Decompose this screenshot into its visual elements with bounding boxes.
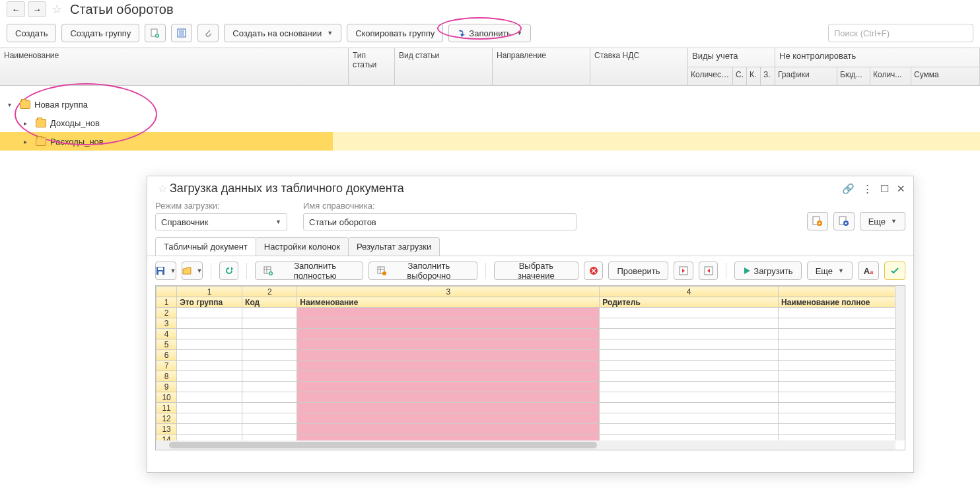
play-icon bbox=[743, 267, 751, 275]
column-stavka[interactable]: Ставка НДС bbox=[590, 48, 688, 85]
refresh-icon bbox=[225, 266, 234, 275]
svg-point-15 bbox=[382, 271, 386, 275]
more-button[interactable]: Еще ▼ bbox=[860, 212, 905, 230]
sheet-corner[interactable] bbox=[157, 287, 177, 297]
clear-icon bbox=[589, 266, 598, 275]
col-5[interactable] bbox=[779, 287, 895, 297]
fill-full-button[interactable]: Заполнить полностью bbox=[255, 262, 363, 280]
link-icon[interactable]: 🔗 bbox=[842, 183, 855, 195]
fill-arrow-icon bbox=[457, 28, 466, 38]
chevron-down-icon: ▼ bbox=[197, 267, 203, 274]
tree-row-income[interactable]: ▸ Доходы_нов bbox=[0, 114, 980, 132]
save-icon bbox=[156, 266, 165, 275]
settings-button-2[interactable] bbox=[833, 212, 855, 230]
folder-icon bbox=[36, 119, 46, 127]
spreadsheet[interactable]: 1 2 3 4 1 Это группа Код Наименование Ро… bbox=[155, 285, 905, 450]
create-based-button[interactable]: Создать на основании ▼ bbox=[224, 24, 341, 42]
column-vid[interactable]: Вид статьи bbox=[395, 48, 493, 85]
page-title: Статьи оборотов bbox=[70, 2, 174, 17]
col-2[interactable]: 2 bbox=[242, 287, 297, 297]
list-view-button[interactable] bbox=[171, 24, 192, 42]
refresh-button[interactable] bbox=[219, 262, 238, 280]
svg-rect-10 bbox=[158, 267, 163, 270]
tab-tabdoc[interactable]: Табличный документ bbox=[155, 237, 256, 256]
favorite-star-icon[interactable]: ☆ bbox=[52, 2, 62, 17]
column-tip[interactable]: Тип статьи bbox=[349, 48, 395, 85]
attach-button[interactable] bbox=[197, 24, 219, 42]
tree-row-group[interactable]: ▾ Новая группа bbox=[0, 95, 980, 114]
create-button[interactable]: Создать bbox=[7, 24, 56, 42]
column-nekontr[interactable]: Не контролировать Графики Бюд... Колич..… bbox=[775, 48, 980, 85]
svg-point-5 bbox=[818, 223, 820, 225]
load-dialog: ☆ Загрузка данных из табличного документ… bbox=[147, 176, 914, 473]
tabs: Табличный документ Настройки колонок Рез… bbox=[155, 237, 905, 256]
pick-value-button[interactable]: Выбрать значение bbox=[494, 262, 578, 280]
tree: ▾ Новая группа ▸ Доходы_нов ▸ Расходы_но… bbox=[0, 86, 980, 151]
chevron-down-icon: ▼ bbox=[327, 30, 333, 36]
copy-group-button[interactable]: Скопировать группу bbox=[347, 24, 443, 42]
maximize-icon[interactable]: ☐ bbox=[880, 183, 889, 195]
svg-point-8 bbox=[845, 223, 847, 225]
copy-button[interactable] bbox=[145, 24, 166, 42]
save-button[interactable]: ▼ bbox=[155, 262, 176, 280]
col-3[interactable]: 3 bbox=[297, 287, 600, 297]
chevron-down-icon: ▼ bbox=[170, 267, 176, 274]
close-icon[interactable]: ✕ bbox=[897, 183, 905, 195]
grid-header: Наименование Тип статьи Вид статьи Напра… bbox=[0, 48, 980, 86]
dialog-title: Загрузка данных из табличного документа bbox=[170, 182, 404, 195]
table-check-icon bbox=[377, 266, 386, 275]
forward-button[interactable]: → bbox=[28, 1, 46, 17]
col-4[interactable]: 4 bbox=[600, 287, 779, 297]
col-1[interactable]: 1 bbox=[177, 287, 242, 297]
fill-sel-button[interactable]: Заполнить выборочно bbox=[368, 262, 477, 280]
paperclip-icon bbox=[203, 28, 213, 38]
arrow-right-box-icon bbox=[679, 266, 688, 275]
checkbox-toggle[interactable] bbox=[884, 262, 905, 280]
folder-icon bbox=[20, 100, 30, 109]
fill-button[interactable]: Заполнить ▼ bbox=[448, 24, 531, 42]
expand-icon[interactable]: ▸ bbox=[24, 120, 32, 127]
search-input[interactable] bbox=[828, 24, 973, 42]
chevron-down-icon: ▼ bbox=[838, 267, 844, 274]
chevron-down-icon: ▼ bbox=[891, 218, 897, 225]
open-button[interactable]: ▼ bbox=[182, 262, 203, 280]
font-button[interactable]: Aa bbox=[858, 262, 879, 280]
check-button[interactable]: Проверить bbox=[608, 262, 668, 280]
column-napr[interactable]: Направление bbox=[493, 48, 590, 85]
chevron-down-icon: ▼ bbox=[516, 30, 522, 36]
folder-open-icon bbox=[182, 266, 192, 275]
gear-doc-icon bbox=[812, 216, 823, 227]
column-vidy[interactable]: Виды учета Количест... С. К. З. bbox=[688, 48, 775, 85]
more-menu-icon[interactable]: ⋮ bbox=[862, 183, 872, 195]
arrow-right-icon: → bbox=[33, 5, 42, 15]
create-group-button[interactable]: Создать группу bbox=[61, 24, 139, 42]
arrow-left-icon: ← bbox=[12, 5, 20, 15]
row-num[interactable]: 1 bbox=[157, 297, 177, 308]
more-inner-button[interactable]: Еще ▼ bbox=[807, 262, 853, 280]
collapse-icon[interactable]: ▾ bbox=[8, 101, 16, 108]
tab-result[interactable]: Результат загрузки bbox=[348, 237, 440, 256]
tree-row-expense[interactable]: ▸ Расходы_нов bbox=[0, 132, 333, 151]
load-button[interactable]: Загрузить bbox=[734, 262, 801, 280]
favorite-star-icon[interactable]: ☆ bbox=[158, 182, 167, 195]
next-col-button[interactable] bbox=[674, 262, 693, 280]
name-input[interactable] bbox=[303, 213, 577, 230]
column-name[interactable]: Наименование bbox=[0, 48, 349, 85]
settings-button-1[interactable] bbox=[807, 212, 828, 230]
arrow-left-box-icon bbox=[704, 266, 713, 275]
expand-icon[interactable]: ▸ bbox=[24, 138, 32, 145]
document-plus-icon bbox=[151, 28, 160, 38]
chevron-down-icon: ▼ bbox=[275, 219, 281, 225]
clear-button[interactable] bbox=[584, 262, 603, 280]
table-plus-icon bbox=[263, 266, 273, 275]
folder-icon bbox=[36, 137, 46, 146]
gear-doc-blue-icon bbox=[839, 216, 849, 227]
horizontal-scrollbar[interactable] bbox=[156, 440, 895, 450]
mode-select[interactable]: Справочник ▼ bbox=[155, 213, 287, 230]
check-icon bbox=[890, 266, 899, 275]
list-icon bbox=[177, 28, 186, 38]
prev-col-button[interactable] bbox=[699, 262, 718, 280]
vertical-scrollbar[interactable] bbox=[895, 286, 905, 440]
tab-cols[interactable]: Настройки колонок bbox=[256, 237, 349, 256]
back-button[interactable]: ← bbox=[7, 1, 25, 17]
